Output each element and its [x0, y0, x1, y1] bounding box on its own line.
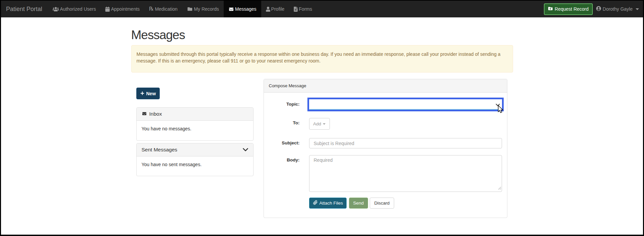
resize-grip-icon[interactable]: [497, 185, 501, 191]
new-message-button[interactable]: New: [136, 88, 160, 99]
navbar-right: Request Record Dorothy Gayle: [544, 1, 639, 17]
page: Patient Portal Authorized Users Appointm…: [0, 0, 644, 236]
topic-label: Topic:: [269, 99, 309, 110]
envelope-icon: [228, 7, 234, 11]
body-textarea[interactable]: [309, 155, 502, 192]
subject-label: Subject:: [269, 138, 309, 148]
nav-item-label: Profile: [271, 6, 285, 12]
discard-button[interactable]: Discard: [370, 198, 395, 209]
nav-item-appointments[interactable]: Appointments: [100, 1, 144, 17]
navbar: Patient Portal Authorized Users Appointm…: [1, 1, 643, 17]
nav-item-medication[interactable]: ℞ Medication: [144, 1, 182, 17]
nav-item-label: Forms: [299, 6, 312, 12]
nav-item-label: Appointments: [111, 6, 140, 12]
mouse-cursor: [498, 105, 503, 115]
calendar-icon: [105, 7, 110, 12]
attach-files-label: Attach Files: [319, 201, 343, 206]
sent-messages-title: Sent Messages: [142, 147, 177, 153]
file-icon: [294, 7, 298, 12]
chevron-down-icon: [243, 147, 248, 153]
user-circle-icon: [596, 6, 601, 12]
nav-item-authorized-users[interactable]: Authorized Users: [48, 1, 100, 17]
sent-messages-empty-text: You have no sent messages.: [137, 156, 253, 176]
new-message-label: New: [146, 91, 156, 96]
envelope-icon: [142, 111, 147, 117]
rx-icon: ℞: [149, 6, 154, 12]
inbox-panel: Inbox You have no messages.: [136, 107, 254, 141]
paperclip-icon: [313, 200, 318, 206]
nav-menu: Authorized Users Appointments ℞ Medicati…: [48, 1, 317, 17]
sent-messages-panel: Sent Messages You have no sent messages.: [136, 143, 254, 176]
user-name: Dorothy Gayle: [603, 6, 633, 12]
actions-spacer: [269, 198, 309, 209]
nav-item-label: Medication: [155, 6, 177, 12]
users-icon: [53, 7, 59, 12]
user-icon: [266, 7, 270, 12]
subject-input[interactable]: [309, 138, 502, 148]
warning-alert-text: Messages submitted through this portal t…: [137, 51, 508, 64]
main-content: Messages Messages submitted through this…: [126, 28, 518, 218]
messages-sidebar: New Inbox You have no messages. Sent Mes…: [131, 79, 259, 176]
nav-item-forms[interactable]: Forms: [289, 1, 317, 17]
inbox-panel-header: Inbox: [137, 108, 253, 121]
warning-alert: Messages submitted through this portal t…: [131, 45, 513, 73]
folder-plus-icon: [548, 6, 553, 12]
user-menu[interactable]: Dorothy Gayle: [593, 6, 639, 12]
send-button[interactable]: Send: [349, 198, 368, 209]
sent-messages-header[interactable]: Sent Messages: [137, 143, 253, 156]
inbox-empty-text: You have no messages.: [137, 121, 253, 140]
plus-icon: [140, 91, 144, 96]
compose-panel-header: Compose Message: [264, 79, 507, 93]
nav-item-messages[interactable]: Messages: [224, 1, 261, 17]
add-recipient-label: Add: [313, 121, 321, 126]
topic-select[interactable]: [309, 99, 502, 110]
request-record-button[interactable]: Request Record: [544, 3, 592, 15]
nav-item-profile[interactable]: Profile: [261, 1, 289, 17]
compose-panel: Compose Message Topic:: [264, 79, 507, 218]
caret-down-icon: [323, 123, 326, 125]
to-label: To:: [269, 118, 309, 130]
nav-item-my-records[interactable]: My Records: [182, 1, 224, 17]
brand[interactable]: Patient Portal: [6, 1, 42, 17]
inbox-title: Inbox: [149, 111, 162, 117]
add-recipient-button[interactable]: Add: [309, 118, 330, 130]
nav-item-label: Authorized Users: [60, 6, 96, 12]
request-record-label: Request Record: [555, 6, 588, 12]
caret-down-icon: [636, 8, 639, 10]
compose-column: Compose Message Topic:: [259, 79, 512, 218]
folder-icon: [187, 7, 193, 11]
body-label: Body:: [269, 155, 309, 192]
nav-item-label: My Records: [194, 6, 219, 12]
page-title: Messages: [131, 28, 513, 42]
nav-item-label: Messages: [235, 6, 257, 12]
attach-files-button[interactable]: Attach Files: [309, 198, 347, 209]
